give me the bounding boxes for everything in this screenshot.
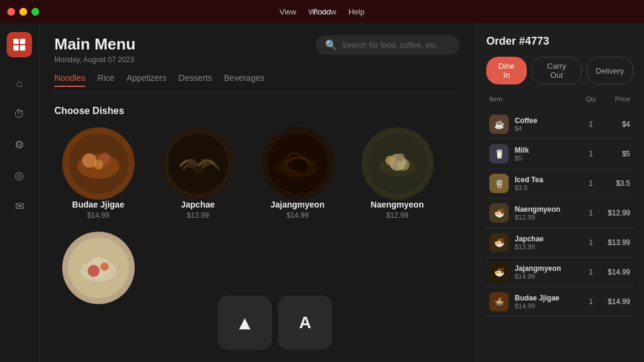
col-price-header: Price (600, 95, 630, 103)
dine-in-button[interactable]: Dine In (486, 57, 527, 84)
tab-desserts[interactable]: Desserts (179, 73, 212, 87)
order-item: ☕ Coffee $4 1 $4 (486, 110, 633, 139)
sidebar-item-location[interactable]: ◎ (8, 165, 30, 186)
up-button[interactable]: ▲ (217, 296, 272, 350)
svg-point-8 (94, 160, 103, 170)
order-item-total: $14.99 (600, 297, 630, 306)
tab-noodles[interactable]: Noodles (54, 73, 85, 87)
order-item-price-sub: $14.99 (515, 273, 582, 280)
dish-image-jajang (262, 127, 334, 200)
svg-point-9 (168, 133, 228, 194)
order-item: 🍜 Jajangmyeon $14.99 1 $14.99 (486, 258, 633, 287)
tab-appetizers[interactable]: Appetizers (126, 73, 166, 87)
logo-icon (11, 37, 27, 52)
order-item: 🍜 Naengmyeon $12.99 1 $12.99 (486, 198, 633, 228)
page-subtitle: Monday, August 07 2023 (54, 56, 135, 64)
sidebar-item-settings[interactable]: ⚙ (8, 134, 30, 156)
col-item-header: Item (489, 95, 582, 103)
svg-point-11 (201, 159, 208, 166)
menu-help[interactable]: Help (349, 7, 365, 16)
bottom-buttons: ▲ A (217, 296, 332, 350)
sidebar: ⌂ ⏱ ⚙ ◎ ✉ (0, 23, 39, 362)
sidebar-item-home[interactable]: ⌂ (8, 72, 30, 94)
order-item-icon: 🍜 (489, 203, 509, 223)
minimize-button[interactable] (19, 8, 27, 16)
svg-point-22 (396, 153, 405, 162)
dish-card-naengmyeon[interactable]: Naengmyeon $12.99 (353, 127, 441, 220)
a-button[interactable]: A (278, 296, 332, 350)
svg-point-20 (385, 156, 395, 165)
dish-visual-naengmyeon (367, 133, 428, 194)
order-item-info: Iced Tea $3.5 (515, 176, 582, 191)
order-item-qty: 1 (582, 209, 600, 217)
maximize-button[interactable] (31, 8, 39, 16)
dish-visual-japchae (168, 133, 228, 194)
svg-point-27 (100, 262, 109, 271)
order-title: Order #4773 (486, 35, 633, 48)
order-item-name: Milk (515, 146, 582, 154)
dish-price-japchae: $13.99 (187, 211, 209, 220)
order-item: 🧋 Iced Tea $3.5 1 $3.5 (486, 169, 633, 198)
order-item-name: Coffee (515, 116, 582, 125)
order-item-qty: 1 (582, 150, 600, 158)
order-item-total: $13.99 (600, 238, 630, 247)
order-item-price-sub: $14.99 (515, 302, 582, 310)
order-item-info: Jajangmyeon $14.99 (515, 264, 582, 280)
dish-card-jajang[interactable]: Jajangmyeon $14.99 (254, 127, 341, 220)
svg-rect-0 (13, 39, 19, 44)
order-item-total: $4 (600, 120, 630, 129)
search-icon: 🔍 (325, 39, 337, 51)
order-item-info: Budae Jjigae $14.99 (515, 294, 582, 310)
svg-rect-2 (13, 45, 19, 51)
dish-image-budae (62, 127, 135, 200)
dishes-grid: Budae Jjigae $14.99 Japchae $13.99 (54, 127, 460, 306)
dish-price-naengmyeon: $12.99 (386, 211, 408, 220)
order-item-icon: 🍜 (489, 262, 509, 282)
carry-out-button[interactable]: Carry Out (532, 57, 582, 84)
order-item-name: Jajangmyeon (515, 264, 582, 273)
sidebar-item-messages[interactable]: ✉ (8, 195, 30, 217)
dish-visual-jajang (268, 133, 328, 194)
dish-card-fifth[interactable] (54, 232, 142, 306)
order-item-price-sub: $3.5 (515, 184, 582, 191)
main-content: Main Menu Monday, August 07 2023 🔍 Noodl… (39, 23, 475, 362)
svg-rect-3 (20, 45, 25, 51)
menu-window[interactable]: Window (308, 7, 336, 16)
order-item: 🥛 Milk $5 1 $5 (486, 139, 633, 169)
order-item-total: $14.99 (600, 268, 630, 276)
delivery-button[interactable]: Delivery (587, 57, 633, 84)
tab-rice[interactable]: Rice (97, 73, 114, 87)
order-column-headers: Item Qty Price (486, 95, 633, 103)
order-item: 🍲 Budae Jjigae $14.99 1 $14.99 (486, 287, 633, 317)
svg-rect-1 (20, 39, 25, 44)
order-item-info: Coffee $4 (515, 116, 582, 132)
search-input[interactable] (342, 40, 451, 49)
order-item-icon: 🥛 (489, 144, 509, 164)
order-item-icon: ☕ (489, 115, 509, 134)
dish-card-japchae[interactable]: Japchae $13.99 (154, 127, 242, 220)
order-item-icon: 🍜 (489, 233, 509, 252)
dish-name-naengmyeon: Naengmyeon (371, 200, 424, 209)
page-title: Main Menu (54, 35, 135, 54)
order-item-name: Naengmyeon (515, 205, 582, 214)
content-header: Main Menu Monday, August 07 2023 🔍 (54, 35, 460, 64)
order-item-name: Iced Tea (515, 176, 582, 184)
dish-price-budae: $14.99 (87, 211, 109, 220)
tab-beverages[interactable]: Beverages (224, 73, 265, 87)
order-item-total: $3.5 (600, 179, 630, 188)
titlebar: View Window Help Food (0, 0, 644, 23)
order-item-info: Milk $5 (515, 146, 582, 162)
sidebar-item-analytics[interactable]: ⏱ (8, 103, 30, 125)
close-button[interactable] (7, 8, 15, 16)
window-controls (7, 8, 39, 16)
order-item-price-sub: $13.99 (515, 243, 582, 250)
category-tabs: Noodles Rice Appetizers Desserts Beverag… (54, 73, 460, 94)
menu-bar: View Window Help (280, 7, 365, 16)
app-logo[interactable] (7, 32, 32, 57)
dish-name-jajang: Jajangmyeon (271, 200, 324, 209)
dish-name-japchae: Japchae (181, 200, 214, 209)
dish-card-budae[interactable]: Budae Jjigae $14.99 (54, 127, 142, 220)
menu-view[interactable]: View (280, 7, 297, 16)
col-qty-header: Qty (582, 95, 600, 103)
search-bar[interactable]: 🔍 (316, 35, 460, 55)
